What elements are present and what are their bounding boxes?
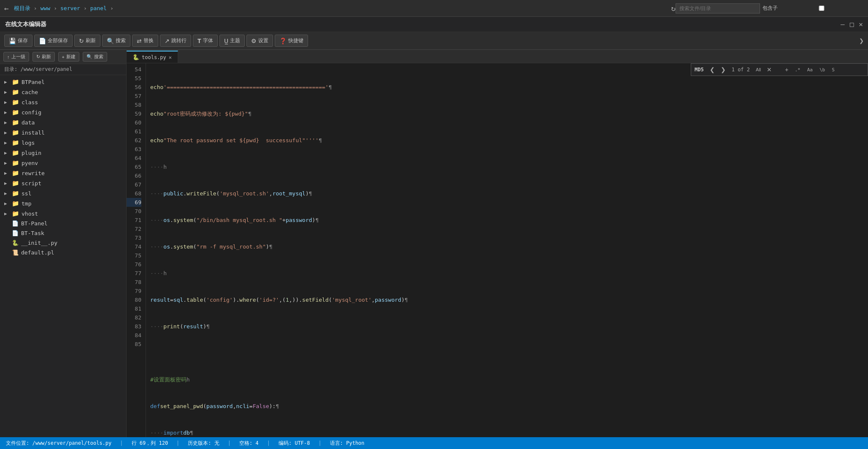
sidebar-item-bt-panel[interactable]: ▶ 📄 BT-Panel [0, 219, 126, 228]
code-line-60: ····os.system("rm -f mysql_root.sh")¶ [150, 242, 868, 251]
file-path-status: 文件位置: /www/server/panel/tools.py [6, 440, 111, 447]
arrow-icon: ▶ [4, 201, 9, 206]
tree-item-label: BTPanel [22, 79, 45, 85]
find-all-button[interactable]: All [754, 66, 763, 73]
breadcrumb-root[interactable]: 根目录 [14, 5, 30, 12]
status-bar: 文件位置: /www/server/panel/tools.py | 行 69，… [0, 437, 868, 449]
sidebar-item-install[interactable]: ▶ 📁 install [0, 127, 126, 138]
tree-item-label: config [22, 109, 41, 116]
sidebar-item-BTPanel[interactable]: ▶ 📁 BTPanel [0, 77, 126, 87]
sidebar-item-pyenv[interactable]: ▶ 📁 pyenv [0, 158, 126, 168]
include-sub-checkbox[interactable] [779, 5, 864, 11]
folder-icon: 📁 [12, 200, 19, 207]
file-icon: 📄 [12, 230, 19, 236]
code-line-56: echo "The root password set ${pwd} succe… [150, 136, 868, 145]
sidebar-item-tmp[interactable]: ▶ 📁 tmp [0, 198, 126, 208]
maximize-button[interactable]: □ [850, 20, 854, 28]
save-all-icon: 📄 [39, 38, 46, 44]
title-bar: 在线文本编辑器 — □ ✕ [0, 17, 868, 32]
breadcrumb-www[interactable]: www [41, 5, 50, 11]
search-input-top[interactable] [676, 3, 760, 14]
tree-item-label: BT-Task [21, 230, 44, 236]
arrow-icon: ▶ [4, 150, 9, 156]
code-line-55: echo "root密码成功修改为: ${pwd}"¶ [150, 109, 868, 118]
sidebar-item-bt-task[interactable]: ▶ 📄 BT-Task [0, 228, 126, 238]
code-line-65: #设置面板密码h [150, 375, 868, 384]
breadcrumb-server[interactable]: server [60, 5, 80, 11]
code-line-61: ····h [150, 269, 868, 278]
arrow-icon: ▶ [4, 120, 9, 125]
new-icon: + [62, 54, 65, 60]
folder-icon: 📁 [12, 180, 19, 187]
arrow-icon: ▶ [4, 191, 9, 196]
find-count: 1 of 2 [732, 67, 750, 73]
breadcrumb-panel[interactable]: panel [90, 5, 107, 11]
up-button[interactable]: ↑ 上一级 [3, 52, 29, 62]
save-all-button[interactable]: 📄 全部保存 [34, 35, 73, 47]
line-numbers: 54 55 56 57 58 59 60 61 62 63 64 65 66 6… [127, 63, 146, 437]
find-prev-button[interactable]: ❮ [708, 65, 717, 74]
minimize-button[interactable]: — [841, 20, 845, 28]
save-button[interactable]: 💾 保存 [4, 35, 32, 47]
sidebar-refresh-icon: ↻ [36, 54, 40, 60]
refresh-top-icon[interactable]: ↻ [671, 4, 676, 13]
sidebar-item-plugin[interactable]: ▶ 📁 plugin [0, 148, 126, 158]
search-button[interactable]: 🔍 搜索 [102, 35, 130, 47]
encoding-status: 编码: UTF-8 [279, 440, 310, 447]
sidebar-item-rewrite[interactable]: ▶ 📁 rewrite [0, 168, 126, 178]
tree-item-label: BT-Panel [21, 220, 48, 227]
find-add-button[interactable]: + [783, 65, 790, 74]
search-icon: 🔍 [107, 38, 114, 44]
top-bar: ← 根目录 › www › server › panel › ↻ 包含子 [0, 0, 868, 17]
code-editor[interactable]: echo '==================================… [146, 63, 868, 437]
settings-button[interactable]: ⚙ 设置 [246, 35, 273, 47]
sidebar-item-data[interactable]: ▶ 📁 data [0, 117, 126, 127]
sidebar-item-logs[interactable]: ▶ 📁 logs [0, 138, 126, 148]
sidebar-item-class[interactable]: ▶ 📁 class [0, 97, 126, 107]
folder-icon: 📁 [12, 149, 19, 156]
code-line-66: def set_panel_pwd(password,ncli = False)… [150, 402, 868, 411]
dir-label: 目录: /www/server/panel [0, 64, 126, 75]
sidebar-item-config[interactable]: ▶ 📁 config [0, 107, 126, 117]
shortcuts-button[interactable]: ❓ 快捷键 [275, 35, 308, 47]
expand-icon[interactable]: ❯ [859, 36, 864, 45]
theme-button[interactable]: U̲ 主题 [219, 35, 245, 47]
sidebar-search-button[interactable]: 🔍 搜索 [83, 52, 107, 62]
font-button[interactable]: T 字体 [193, 35, 218, 47]
find-option-word[interactable]: \b [817, 66, 827, 74]
sidebar-refresh-button[interactable]: ↻ 刷新 [32, 52, 55, 62]
goto-button[interactable]: ↗ 跳转行 [160, 35, 191, 47]
find-close-button[interactable]: ✕ [765, 65, 773, 74]
sidebar-item-script[interactable]: ▶ 📁 script [0, 178, 126, 188]
refresh-button[interactable]: ↻ 刷新 [74, 35, 100, 47]
sidebar-item-init-py[interactable]: ▶ 🐍 __init__.py [0, 238, 126, 248]
replace-button[interactable]: ⇄ 替换 [132, 35, 158, 47]
tab-close-button[interactable]: ✕ [169, 54, 172, 60]
find-option-s[interactable]: S [830, 66, 837, 74]
code-line-64 [150, 349, 868, 357]
tab-py-icon: 🐍 [132, 54, 139, 60]
tab-tools-py[interactable]: 🐍 tools.py ✕ [127, 51, 178, 63]
tree-item-label: data [22, 119, 35, 126]
sidebar-item-default-pl[interactable]: ▶ 📜 default.pl [0, 248, 126, 257]
new-button[interactable]: + 新建 [58, 52, 79, 62]
code-line-59: ····os.system("/bin/bash mysql_root.sh "… [150, 216, 868, 224]
sidebar-toolbar: ↑ 上一级 ↻ 刷新 + 新建 🔍 搜索 [0, 50, 126, 64]
pl-icon: 📜 [12, 249, 19, 256]
theme-icon: U̲ [224, 38, 228, 44]
close-button[interactable]: ✕ [859, 20, 863, 28]
arrow-icon: ▶ [4, 181, 9, 186]
find-option-regex[interactable]: .* [792, 66, 802, 74]
sidebar-item-ssl[interactable]: ▶ 📁 ssl [0, 188, 126, 198]
sidebar-item-vhost[interactable]: ▶ 📁 vhost [0, 208, 126, 219]
arrow-icon: ▶ [4, 100, 9, 105]
up-icon: ↑ [7, 54, 10, 60]
breadcrumb: 根目录 › www › server › panel › [12, 5, 668, 12]
find-next-button[interactable]: ❯ [719, 65, 727, 74]
find-option-case[interactable]: Aa [805, 66, 815, 74]
language-status: 语言: Python [330, 440, 365, 447]
back-arrow[interactable]: ← [4, 4, 9, 13]
tree-item-label: default.pl [21, 249, 54, 256]
sidebar-item-cache[interactable]: ▶ 📁 cache [0, 87, 126, 97]
line-col-status: 行 69，列 120 [132, 440, 168, 447]
